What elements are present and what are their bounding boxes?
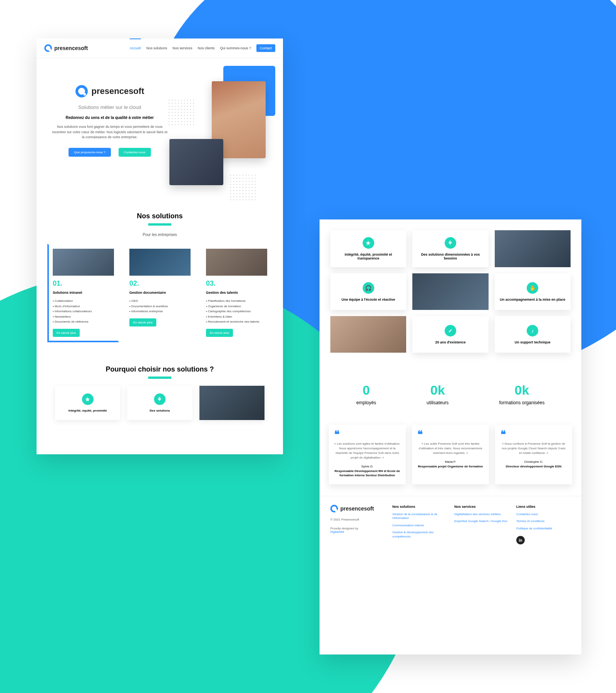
star-icon: ★	[363, 237, 374, 249]
card-title: Gestion des talents	[206, 291, 267, 295]
card-intranet[interactable]: 01. Solutions Intranet Collaboration Mur…	[47, 244, 119, 342]
card-cta-button[interactable]: En savoir plus	[206, 329, 233, 337]
list-item: Documentation & workflow	[129, 304, 191, 309]
why-image	[412, 273, 488, 310]
why-section: Pourquoi choisir nos solutions ? ★ Intég…	[37, 350, 283, 428]
testimonial-role: Responsable projet Organisme de formatio…	[417, 464, 484, 469]
hero-headline: Redonnez du sens et de la qualité à votr…	[48, 116, 171, 120]
card-image	[129, 249, 191, 276]
card-talents[interactable]: 03. Gestion des talents Planification de…	[201, 244, 272, 342]
list-item: Cartographie des compétences	[206, 309, 267, 314]
list-item: GED	[129, 298, 191, 304]
cta-contact-button[interactable]: Contactez-nous	[119, 148, 151, 157]
hero-text: presencesoft Solutions métier sur le clo…	[48, 74, 171, 197]
hero-image-2	[169, 139, 223, 185]
footer-logo[interactable]: presencesoft	[330, 505, 385, 512]
footer-link[interactable]: Gestion de la connaissance & de l'inform…	[392, 512, 447, 521]
list-item: Collaboration	[53, 298, 114, 304]
nav-about[interactable]: Qui sommes-nous ?	[220, 44, 251, 52]
list-item: Entretiens & bilan	[206, 314, 267, 320]
quote-icon: ❝	[334, 432, 400, 438]
logo-mark-icon	[44, 44, 52, 52]
footer-link[interactable]: Expertise Google Search / Google Doc	[454, 519, 509, 523]
testimonial-quote: « Les outils Presence Soft sont très fac…	[417, 442, 484, 455]
decor-dots-icon	[229, 174, 256, 201]
stat-label: utilisateurs	[427, 400, 449, 405]
testimonial-card: ❝ « Nous confions à Presence Soft la ges…	[495, 425, 572, 484]
nav-services[interactable]: Nos services	[172, 44, 192, 52]
stat-label: employés	[357, 400, 376, 405]
stat-label: formations organisées	[499, 400, 544, 405]
why-grid: ★Intégrité, équité, proximité et transpa…	[320, 219, 581, 363]
why-preview-row: ★ Intégrité, équité, proximité ⚘ Des sol…	[44, 386, 275, 420]
stat: 0employés	[357, 383, 376, 405]
list-item: Newsletters	[53, 314, 114, 320]
users-icon: ⚘	[445, 237, 456, 249]
card-title: Solutions Intranet	[53, 291, 114, 295]
cta-what-button[interactable]: Que proposons-nous ?	[69, 148, 110, 157]
footer-link[interactable]: Contactez-nous	[516, 512, 571, 516]
underline-bar	[148, 223, 171, 226]
why-image	[199, 386, 264, 420]
footer-heading: Nos solutions	[392, 505, 447, 509]
hero-buttons: Que proposons-nous ? Contactez-nous	[48, 148, 171, 157]
list-item: Organisme de formation	[206, 304, 267, 309]
hero-subtitle: Solutions métier sur le cloud	[48, 104, 171, 110]
list-item: Planification des formations	[206, 298, 267, 304]
solutions-subtitle: Pour les entreprises	[44, 233, 275, 237]
card-number: 01.	[53, 280, 114, 288]
hand-icon: ✋	[527, 282, 538, 294]
stat: 0kformations organisées	[499, 383, 544, 405]
footer-link[interactable]: Gestion & développement des compétences	[392, 531, 447, 539]
hero-images	[171, 74, 271, 197]
card-ged[interactable]: 02. Gestion documentaire GED Documentati…	[124, 244, 196, 342]
solution-cards: 01. Solutions Intranet Collaboration Mur…	[44, 244, 275, 342]
footer: presencesoft © 2021 Presencesoft Proudly…	[320, 496, 581, 553]
why-cell: ✓20 ans d'existence	[412, 316, 488, 353]
designer-link[interactable]: Digital4All	[330, 530, 385, 534]
footer-link[interactable]: Termes et conditions	[516, 519, 571, 523]
why-text: Intégrité, équité, proximité et transpar…	[334, 253, 402, 260]
why-image	[495, 230, 571, 267]
testimonial-role: Responsable Développement RH et Ecole de…	[334, 469, 400, 477]
footer-link[interactable]: Politique de confidentialité	[516, 527, 571, 531]
nav-accueil[interactable]: Accueil	[130, 44, 141, 52]
testimonial-card: ❝ « Les solutions sont agiles et faciles…	[329, 425, 406, 484]
nav-solutions[interactable]: Nos solutions	[146, 44, 167, 52]
footer-link[interactable]: Communication interne	[392, 524, 447, 527]
card-number: 03.	[206, 280, 267, 288]
designed-by: Proudly designed by Digital4All	[330, 527, 385, 534]
footer-link[interactable]: Digitalisation des services métiers	[454, 512, 509, 516]
card-title: Gestion documentaire	[129, 291, 191, 295]
linkedin-icon[interactable]: in	[516, 536, 525, 544]
why-text: Des solutions dimensionnées à vos besoin…	[416, 253, 484, 260]
card-cta-button[interactable]: En savoir plus	[129, 318, 156, 326]
card-list: Planification des formations Organisme d…	[206, 298, 267, 325]
why-text: Des solutions	[150, 409, 170, 412]
why-image	[330, 316, 406, 353]
card-list: Collaboration Murs d'information Informa…	[53, 298, 114, 325]
testimonial-name: Christophe O.	[500, 460, 567, 464]
nav: Accueil Nos solutions Nos services Nos c…	[130, 44, 275, 52]
contact-button[interactable]: Contact	[256, 44, 275, 52]
testimonial-card: ❝ « Les outils Presence Soft sont très f…	[412, 425, 489, 484]
copyright: © 2021 Presencesoft	[330, 518, 385, 521]
card-cta-button[interactable]: En savoir plus	[53, 329, 80, 337]
testimonial-name: Maria P.	[417, 460, 484, 464]
why-cell: 🎧Une équipe à l'écoute et réactive	[330, 273, 406, 310]
headset-icon: 🎧	[363, 282, 374, 294]
why-text: Un support technique	[515, 340, 551, 344]
support-icon: ♪	[527, 325, 538, 336]
check-icon: ✓	[445, 325, 456, 336]
logo[interactable]: presencesoft	[44, 44, 88, 52]
panel-top: presencesoft Accueil Nos solutions Nos s…	[37, 38, 283, 454]
footer-heading: Liens utiles	[516, 505, 571, 509]
why-cell: ★ Intégrité, équité, proximité	[55, 386, 120, 420]
why-text: 20 ans d'existence	[435, 340, 465, 344]
quote-icon: ❝	[417, 432, 484, 438]
why-cell: ★Intégrité, équité, proximité et transpa…	[330, 230, 406, 267]
nav-clients[interactable]: Nos clients	[198, 44, 214, 52]
logo-text: presencesoft	[340, 506, 374, 512]
card-image	[206, 249, 267, 276]
stat-number: 0k	[427, 383, 449, 398]
